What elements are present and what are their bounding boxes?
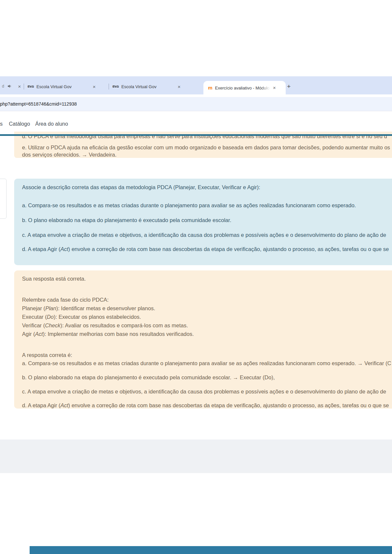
navigation-block-placeholder: [0, 440, 392, 473]
title-fade: [261, 85, 270, 91]
question-info-panel-partial: [0, 179, 7, 219]
question-option-d: d. A etapa Agir (Act) envolve a correção…: [22, 246, 392, 252]
tab-escola-virtual-gov-1[interactable]: EV.G Escola Virtual Gov ×: [28, 80, 104, 93]
question-prompt: Associe a descrição correta das etapas d…: [22, 184, 392, 190]
nav-item-truncated[interactable]: s: [0, 121, 3, 127]
feedback-line: dos serviços oferecidos. → Verdadeira.: [22, 152, 392, 158]
close-icon[interactable]: ×: [18, 84, 21, 89]
answer-title: A resposta correta é:: [22, 352, 392, 358]
answer-c: c. A etapa envolve a criação de metas e …: [22, 389, 392, 395]
phase-agir: Agir (Act): Implementar melhorias com ba…: [22, 331, 392, 337]
answer-d: d. A etapa Agir (Act) envolve a correção…: [22, 402, 392, 409]
tab-title: Escola Virtual Gov: [121, 84, 176, 89]
evg-favicon: EV.G: [113, 85, 119, 88]
answer-feedback-box: Sua resposta está correta. Relembre cada…: [14, 270, 392, 409]
address-bar[interactable]: php?attempt=6518746&cmid=112938: [0, 97, 392, 111]
close-icon[interactable]: ×: [178, 84, 181, 89]
phase-executar: Executar (Do): Executar os planos estabe…: [22, 314, 392, 320]
feedback-line: e. Utilizar o PDCA ajuda na eficácia da …: [22, 144, 392, 151]
moodle-favicon: m: [208, 85, 212, 90]
question-option-a: a. Compara-se os resultados e as metas c…: [22, 202, 392, 209]
tab-separator: [109, 84, 109, 89]
answer-b: b. O plano elaborado na etapa do planeja…: [22, 374, 392, 381]
nav-item-catalogo[interactable]: Catálogo: [9, 121, 30, 127]
sticky-header-divider: [0, 134, 392, 136]
site-menubar: s Catálogo Área do aluno: [0, 112, 392, 134]
url-text[interactable]: php?attempt=6518746&cmid=112938: [0, 101, 77, 107]
phase-verificar: Verificar (Check): Avaliar os resultados…: [22, 322, 392, 329]
close-icon[interactable]: ×: [93, 84, 96, 89]
tab-title: Escola Virtual Gov: [37, 84, 91, 89]
feedback-status: Sua resposta está correta.: [22, 276, 392, 282]
phase-planejar: Planejar (Plan): Identificar metas e des…: [22, 305, 392, 312]
audio-playing-icon[interactable]: [7, 84, 12, 88]
question-box: Associe a descrição correta das etapas d…: [14, 179, 392, 265]
footer-bar: [30, 546, 392, 554]
close-icon[interactable]: ×: [273, 85, 276, 90]
question-option-c: c. A etapa envolve a criação de metas e …: [22, 232, 392, 238]
tab-separator: [24, 84, 24, 89]
nav-item-area-do-aluno[interactable]: Área do aluno: [35, 121, 68, 127]
tab-partial-left[interactable]: d ×: [0, 80, 21, 92]
evg-favicon: EV.G: [28, 85, 34, 88]
answer-a: a. Compara-se os resultados e as metas c…: [22, 360, 392, 366]
tab-title-truncated: d: [2, 84, 4, 88]
browser-tab-strip: d × EV.G Escola Virtual Gov × EV.G Escol…: [0, 76, 392, 94]
tab-escola-virtual-gov-2[interactable]: EV.G Escola Virtual Gov ×: [113, 80, 189, 93]
tab-exercicio-avaliativo-active[interactable]: m Exercício avaliativo - Módulo 1: ×: [203, 81, 286, 94]
recall-title: Relembre cada fase do ciclo PDCA:: [22, 297, 392, 303]
new-tab-button[interactable]: +: [287, 83, 291, 90]
question-option-b: b. O plano elaborado na etapa do planeja…: [22, 217, 392, 223]
